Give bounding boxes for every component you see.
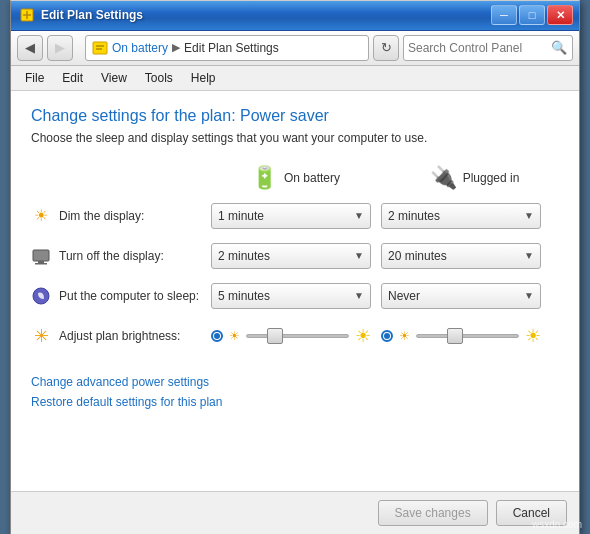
minimize-button[interactable]: ─ — [491, 5, 517, 25]
turnoff-display-battery-dropdown[interactable]: 2 minutes ▼ — [211, 243, 371, 269]
svg-rect-2 — [33, 250, 49, 261]
sleep-label: Put the computer to sleep: — [59, 289, 199, 303]
battery-column-header: 🔋 On battery — [211, 165, 380, 191]
turnoff-display-plugged-dropdown[interactable]: 20 minutes ▼ — [381, 243, 541, 269]
breadcrumb-current: Edit Plan Settings — [184, 41, 279, 55]
brightness-plugged-max-icon: ☀ — [525, 325, 541, 347]
content-area: Change settings for the plan: Power save… — [11, 91, 579, 491]
toolbar: ◀ ▶ On battery ▶ Edit Plan Settings ↻ 🔍 — [11, 31, 579, 66]
links-section: Change advanced power settings Restore d… — [31, 375, 559, 409]
breadcrumb-power-options[interactable]: On battery — [112, 41, 168, 55]
title-bar: Edit Plan Settings ─ □ ✕ — [11, 1, 579, 31]
brightness-icon: ✳ — [31, 326, 51, 346]
search-box[interactable]: 🔍 — [403, 35, 573, 61]
brightness-battery-radio-inner — [214, 333, 220, 339]
plugged-label: Plugged in — [463, 171, 520, 185]
dim-display-plugged-arrow: ▼ — [524, 210, 534, 221]
page-subtitle: Choose the sleep and display settings th… — [31, 131, 559, 145]
brightness-plugged-thumb[interactable] — [447, 328, 463, 344]
svg-rect-1 — [93, 42, 107, 54]
battery-label: On battery — [284, 171, 340, 185]
brightness-battery-radio[interactable] — [211, 330, 223, 342]
dim-display-battery-dropdown[interactable]: 1 minute ▼ — [211, 203, 371, 229]
turnoff-display-row: Turn off the display: 2 minutes ▼ 20 min… — [31, 241, 559, 271]
refresh-button[interactable]: ↻ — [373, 35, 399, 61]
column-headers: 🔋 On battery 🔌 Plugged in — [211, 165, 559, 191]
turnoff-display-icon — [31, 246, 51, 266]
save-changes-button[interactable]: Save changes — [378, 500, 488, 526]
brightness-battery-max-icon: ☀ — [355, 325, 371, 347]
breadcrumb-bar: On battery ▶ Edit Plan Settings — [85, 35, 369, 61]
sleep-row: Put the computer to sleep: 5 minutes ▼ N… — [31, 281, 559, 311]
brightness-battery-min-icon: ☀ — [229, 329, 240, 343]
brightness-row: ✳ Adjust plan brightness: ☀ ☀ — [31, 321, 559, 351]
brightness-plugged-min-icon: ☀ — [399, 329, 410, 343]
dim-display-plugged-value: 2 minutes — [388, 209, 440, 223]
sleep-plugged-arrow: ▼ — [524, 290, 534, 301]
advanced-settings-link[interactable]: Change advanced power settings — [31, 375, 559, 389]
menu-view[interactable]: View — [93, 68, 135, 88]
plugged-column-header: 🔌 Plugged in — [390, 165, 559, 191]
brightness-battery-track[interactable] — [246, 334, 349, 338]
main-window: Edit Plan Settings ─ □ ✕ ◀ ▶ On battery … — [10, 0, 580, 534]
menu-tools[interactable]: Tools — [137, 68, 181, 88]
sleep-battery-arrow: ▼ — [354, 290, 364, 301]
menu-edit[interactable]: Edit — [54, 68, 91, 88]
brightness-plugged-track[interactable] — [416, 334, 519, 338]
search-input[interactable] — [408, 41, 548, 55]
dim-display-label: Dim the display: — [59, 209, 144, 223]
dim-display-row: ☀ Dim the display: 1 minute ▼ 2 minutes … — [31, 201, 559, 231]
title-bar-controls: ─ □ ✕ — [491, 5, 573, 25]
page-title: Change settings for the plan: Power save… — [31, 107, 559, 125]
sleep-plugged-value: Never — [388, 289, 420, 303]
turnoff-display-battery-arrow: ▼ — [354, 250, 364, 261]
turnoff-display-controls: 2 minutes ▼ 20 minutes ▼ — [211, 243, 559, 269]
menu-help[interactable]: Help — [183, 68, 224, 88]
maximize-button[interactable]: □ — [519, 5, 545, 25]
turnoff-display-plugged-arrow: ▼ — [524, 250, 534, 261]
footer: Save changes Cancel — [11, 491, 579, 534]
svg-rect-4 — [35, 263, 47, 265]
breadcrumb-icon — [92, 40, 108, 56]
search-icon: 🔍 — [551, 40, 567, 55]
dim-display-icon: ☀ — [31, 206, 51, 226]
sleep-battery-dropdown[interactable]: 5 minutes ▼ — [211, 283, 371, 309]
turnoff-display-battery-value: 2 minutes — [218, 249, 270, 263]
restore-defaults-link[interactable]: Restore default settings for this plan — [31, 395, 559, 409]
watermark: wsxdn.com — [532, 519, 582, 530]
brightness-plugged-radio-inner — [384, 333, 390, 339]
breadcrumb-separator: ▶ — [172, 41, 180, 54]
brightness-plugged-radio[interactable] — [381, 330, 393, 342]
sleep-plugged-dropdown[interactable]: Never ▼ — [381, 283, 541, 309]
brightness-label: Adjust plan brightness: — [59, 329, 180, 343]
dim-display-plugged-dropdown[interactable]: 2 minutes ▼ — [381, 203, 541, 229]
title-bar-left: Edit Plan Settings — [19, 7, 143, 23]
brightness-controls: ☀ ☀ ☀ ☀ — [211, 325, 559, 347]
sleep-label-area: Put the computer to sleep: — [31, 286, 211, 306]
dim-display-label-area: ☀ Dim the display: — [31, 206, 211, 226]
sleep-battery-value: 5 minutes — [218, 289, 270, 303]
close-button[interactable]: ✕ — [547, 5, 573, 25]
plugged-icon: 🔌 — [430, 165, 457, 191]
turnoff-display-label-area: Turn off the display: — [31, 246, 211, 266]
brightness-battery-slider: ☀ ☀ — [211, 325, 371, 347]
brightness-label-area: ✳ Adjust plan brightness: — [31, 326, 211, 346]
dim-display-battery-value: 1 minute — [218, 209, 264, 223]
sleep-controls: 5 minutes ▼ Never ▼ — [211, 283, 559, 309]
forward-button[interactable]: ▶ — [47, 35, 73, 61]
brightness-plugged-slider: ☀ ☀ — [381, 325, 541, 347]
svg-rect-3 — [38, 261, 44, 263]
back-button[interactable]: ◀ — [17, 35, 43, 61]
sleep-icon — [31, 286, 51, 306]
menu-file[interactable]: File — [17, 68, 52, 88]
menubar: File Edit View Tools Help — [11, 66, 579, 91]
dim-display-controls: 1 minute ▼ 2 minutes ▼ — [211, 203, 559, 229]
dim-display-battery-arrow: ▼ — [354, 210, 364, 221]
window-icon — [19, 7, 35, 23]
turnoff-display-plugged-value: 20 minutes — [388, 249, 447, 263]
battery-icon: 🔋 — [251, 165, 278, 191]
turnoff-display-label: Turn off the display: — [59, 249, 164, 263]
brightness-battery-thumb[interactable] — [267, 328, 283, 344]
window-title: Edit Plan Settings — [41, 8, 143, 22]
